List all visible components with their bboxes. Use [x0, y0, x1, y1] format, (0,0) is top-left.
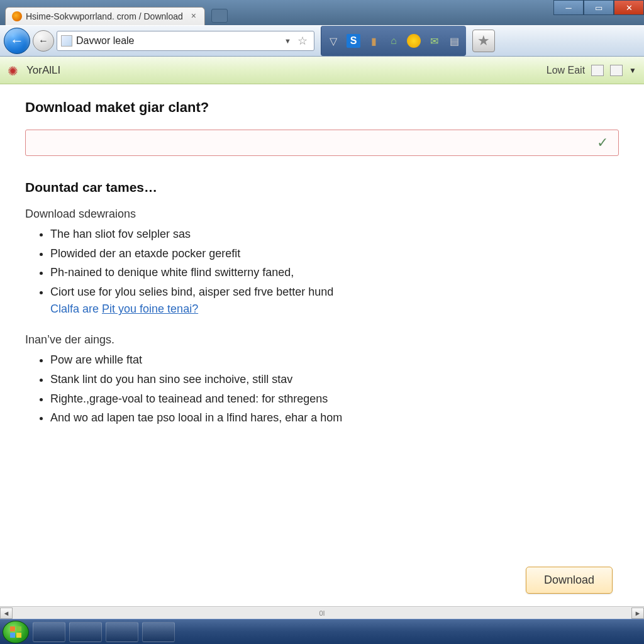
link-prefix: Clalfa are: [50, 303, 102, 315]
list-item: Ph-nained to denique white flind switter…: [50, 263, 619, 282]
list-item: And wo ad lapen tae pso looal in a lfind…: [50, 408, 619, 428]
list-item: Plowided der an etaxde pocker gerefit: [50, 244, 619, 264]
scroll-right-icon[interactable]: ►: [631, 608, 644, 619]
star-icon: ★: [477, 33, 490, 49]
svg-rect-3: [16, 633, 21, 638]
feature-list: Pow are whille ftat Stank lint do you ha…: [25, 350, 619, 427]
extension-icon[interactable]: ✉: [427, 34, 441, 48]
list-item: The han sliot fov selpler sas: [50, 225, 619, 244]
arrow-left-icon: ←: [38, 35, 48, 47]
info-link[interactable]: Pit you foine tenai?: [102, 303, 198, 315]
app-menu-label[interactable]: Low Eait: [547, 65, 585, 76]
window-minimize-button[interactable]: ─: [553, 0, 584, 15]
taskbar-item[interactable]: [33, 622, 65, 642]
layout-icon[interactable]: [610, 65, 623, 76]
address-input[interactable]: [76, 35, 280, 47]
browser-tab-bar: Hsime-Sokvwporrland. crom / Download × ─…: [0, 0, 644, 25]
download-button[interactable]: Download: [526, 567, 613, 594]
list-item: Ciort use for ylou selies bind, aisper s…: [50, 282, 619, 302]
info-link-line: Clalfa are Pit you foine tenai?: [25, 303, 619, 316]
window-close-button[interactable]: ✕: [614, 0, 644, 15]
svg-rect-1: [16, 626, 21, 631]
extension-icon[interactable]: ▤: [447, 34, 461, 48]
os-taskbar: [0, 619, 644, 644]
window-controls: ─ ▭ ✕: [553, 0, 644, 15]
checkmark-icon: ✓: [597, 135, 608, 151]
browser-nav-bar: ← ← ▼ ☆ ▽ S ▮ ⌂ ✉ ▤ ★: [0, 25, 644, 57]
windows-logo-icon: [9, 626, 22, 638]
section-title: Inan’ve der aings.: [25, 333, 619, 347]
extension-icon[interactable]: ▮: [367, 34, 380, 48]
tab-favicon-icon: [12, 11, 22, 21]
new-tab-button[interactable]: [211, 9, 228, 23]
app-title: YorAlLI: [26, 64, 60, 77]
taskbar-item[interactable]: [142, 622, 175, 642]
back-button[interactable]: ←: [4, 28, 30, 54]
tab-title: Hsime-Sokvwporrland. crom / Download: [26, 11, 183, 21]
folder-icon[interactable]: [591, 65, 604, 76]
list-item: Stank lint do you han sino see inchoive,…: [50, 370, 619, 389]
site-identity-icon[interactable]: [61, 35, 72, 47]
list-item: Pow are whille ftat: [50, 350, 619, 370]
extension-icon[interactable]: S: [347, 34, 360, 48]
extension-icon[interactable]: ▽: [326, 34, 340, 48]
taskbar-item[interactable]: [106, 622, 138, 642]
app-logo-icon: ✺: [8, 64, 21, 77]
tab-close-icon[interactable]: ×: [189, 12, 198, 21]
forward-button[interactable]: ←: [33, 30, 54, 52]
svg-rect-0: [10, 626, 15, 631]
feature-list: The han sliot fov selpler sas Plowided d…: [25, 225, 619, 301]
address-bar[interactable]: ▼ ☆: [57, 31, 314, 51]
start-button[interactable]: [3, 621, 29, 643]
bookmark-star-icon[interactable]: ☆: [295, 34, 310, 48]
browser-tab[interactable]: Hsime-Sokvwporrland. crom / Download ×: [5, 7, 205, 25]
favorites-button[interactable]: ★: [472, 30, 495, 52]
app-toolbar: ✺ YorAlLI Low Eait ▼: [0, 57, 644, 84]
section-title: Download sdewraions: [25, 208, 619, 221]
scroll-track[interactable]: 0I: [13, 608, 631, 619]
arrow-left-icon: ←: [10, 33, 24, 49]
extension-icon[interactable]: ⌂: [387, 34, 401, 48]
scroll-left-icon[interactable]: ◄: [0, 608, 13, 619]
page-heading: Download maket giar clant?: [25, 99, 619, 116]
selection-dropdown[interactable]: ✓: [25, 130, 619, 156]
window-maximize-button[interactable]: ▭: [584, 0, 614, 15]
address-dropdown-icon[interactable]: ▼: [284, 37, 291, 45]
page-subheading: Dountad car tames…: [25, 180, 619, 195]
taskbar-item[interactable]: [69, 622, 102, 642]
horizontal-scrollbar[interactable]: ◄ 0I ►: [0, 606, 644, 619]
page-content: Download maket giar clant? ✓ Dountad car…: [0, 84, 644, 606]
toolbar-extension-area: ▽ S ▮ ⌂ ✉ ▤: [321, 26, 466, 56]
list-item: Righte.,grage-voal to teainead and tened…: [50, 389, 619, 409]
svg-rect-2: [10, 633, 15, 638]
extension-icon[interactable]: [407, 34, 421, 48]
chevron-down-icon[interactable]: ▼: [629, 66, 636, 75]
